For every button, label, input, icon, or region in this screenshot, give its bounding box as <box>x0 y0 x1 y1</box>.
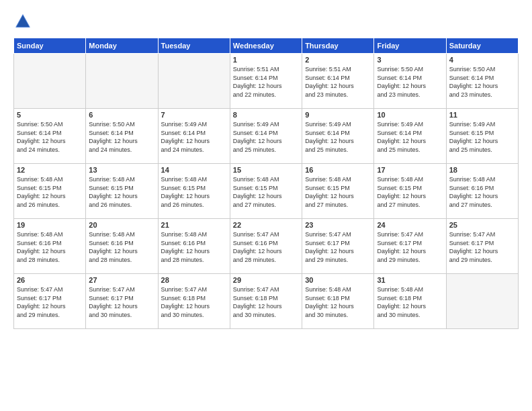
calendar-cell: 27Sunrise: 5:47 AM Sunset: 6:17 PM Dayli… <box>86 274 158 329</box>
day-info: Sunrise: 5:48 AM Sunset: 6:16 PM Dayligh… <box>161 230 227 264</box>
calendar-cell <box>158 54 230 109</box>
day-number: 3 <box>377 56 443 64</box>
day-number: 14 <box>161 166 227 174</box>
calendar-cell: 6Sunrise: 5:50 AM Sunset: 6:14 PM Daylig… <box>86 109 158 164</box>
day-info: Sunrise: 5:50 AM Sunset: 6:14 PM Dayligh… <box>17 120 83 154</box>
week-row-2: 5Sunrise: 5:50 AM Sunset: 6:14 PM Daylig… <box>14 109 519 164</box>
day-header-wednesday: Wednesday <box>230 38 302 54</box>
day-header-tuesday: Tuesday <box>158 38 230 54</box>
header <box>13 12 519 31</box>
calendar-cell <box>446 274 518 329</box>
day-number: 29 <box>233 276 299 284</box>
logo <box>13 12 35 31</box>
day-header-saturday: Saturday <box>446 38 518 54</box>
day-number: 19 <box>17 221 83 229</box>
calendar-cell: 13Sunrise: 5:48 AM Sunset: 6:15 PM Dayli… <box>86 164 158 219</box>
calendar-cell: 8Sunrise: 5:49 AM Sunset: 6:14 PM Daylig… <box>230 109 302 164</box>
day-number: 7 <box>161 111 227 119</box>
day-number: 24 <box>377 221 443 229</box>
day-number: 9 <box>305 111 371 119</box>
calendar-cell: 18Sunrise: 5:48 AM Sunset: 6:16 PM Dayli… <box>446 164 518 219</box>
day-info: Sunrise: 5:51 AM Sunset: 6:14 PM Dayligh… <box>233 65 299 99</box>
calendar-cell: 7Sunrise: 5:49 AM Sunset: 6:14 PM Daylig… <box>158 109 230 164</box>
calendar-cell: 29Sunrise: 5:47 AM Sunset: 6:18 PM Dayli… <box>230 274 302 329</box>
calendar-cell: 16Sunrise: 5:48 AM Sunset: 6:15 PM Dayli… <box>302 164 374 219</box>
calendar-cell: 26Sunrise: 5:47 AM Sunset: 6:17 PM Dayli… <box>14 274 86 329</box>
page: SundayMondayTuesdayWednesdayThursdayFrid… <box>0 0 532 411</box>
day-header-thursday: Thursday <box>302 38 374 54</box>
day-info: Sunrise: 5:47 AM Sunset: 6:17 PM Dayligh… <box>89 285 154 319</box>
day-number: 18 <box>449 166 515 174</box>
calendar-cell <box>86 54 158 109</box>
day-info: Sunrise: 5:48 AM Sunset: 6:16 PM Dayligh… <box>89 230 154 264</box>
day-info: Sunrise: 5:47 AM Sunset: 6:17 PM Dayligh… <box>377 230 443 264</box>
day-number: 30 <box>305 276 371 284</box>
calendar-cell: 2Sunrise: 5:51 AM Sunset: 6:14 PM Daylig… <box>302 54 374 109</box>
day-header-friday: Friday <box>374 38 446 54</box>
day-number: 21 <box>161 221 227 229</box>
day-info: Sunrise: 5:47 AM Sunset: 6:18 PM Dayligh… <box>161 285 227 319</box>
day-number: 31 <box>377 276 443 284</box>
calendar-cell: 24Sunrise: 5:47 AM Sunset: 6:17 PM Dayli… <box>374 219 446 274</box>
calendar-cell: 28Sunrise: 5:47 AM Sunset: 6:18 PM Dayli… <box>158 274 230 329</box>
calendar-cell: 17Sunrise: 5:48 AM Sunset: 6:15 PM Dayli… <box>374 164 446 219</box>
calendar-cell: 11Sunrise: 5:49 AM Sunset: 6:15 PM Dayli… <box>446 109 518 164</box>
day-info: Sunrise: 5:48 AM Sunset: 6:16 PM Dayligh… <box>449 175 515 209</box>
week-row-3: 12Sunrise: 5:48 AM Sunset: 6:15 PM Dayli… <box>14 164 519 219</box>
logo-icon <box>13 12 32 31</box>
day-number: 17 <box>377 166 443 174</box>
calendar-cell: 19Sunrise: 5:48 AM Sunset: 6:16 PM Dayli… <box>14 219 86 274</box>
calendar-cell: 15Sunrise: 5:48 AM Sunset: 6:15 PM Dayli… <box>230 164 302 219</box>
day-info: Sunrise: 5:48 AM Sunset: 6:15 PM Dayligh… <box>161 175 227 209</box>
day-number: 23 <box>305 221 371 229</box>
calendar-cell: 25Sunrise: 5:47 AM Sunset: 6:17 PM Dayli… <box>446 219 518 274</box>
calendar-cell: 4Sunrise: 5:50 AM Sunset: 6:14 PM Daylig… <box>446 54 518 109</box>
day-info: Sunrise: 5:48 AM Sunset: 6:18 PM Dayligh… <box>305 285 371 319</box>
day-number: 15 <box>233 166 299 174</box>
week-row-5: 26Sunrise: 5:47 AM Sunset: 6:17 PM Dayli… <box>14 274 519 329</box>
day-info: Sunrise: 5:50 AM Sunset: 6:14 PM Dayligh… <box>449 65 515 99</box>
day-number: 20 <box>89 221 154 229</box>
day-info: Sunrise: 5:47 AM Sunset: 6:17 PM Dayligh… <box>17 285 83 319</box>
day-info: Sunrise: 5:47 AM Sunset: 6:17 PM Dayligh… <box>305 230 371 264</box>
day-header-sunday: Sunday <box>14 38 86 54</box>
day-number: 5 <box>17 111 83 119</box>
calendar-header-row: SundayMondayTuesdayWednesdayThursdayFrid… <box>14 38 519 54</box>
calendar-cell: 3Sunrise: 5:50 AM Sunset: 6:14 PM Daylig… <box>374 54 446 109</box>
calendar-cell: 5Sunrise: 5:50 AM Sunset: 6:14 PM Daylig… <box>14 109 86 164</box>
day-header-monday: Monday <box>86 38 158 54</box>
day-info: Sunrise: 5:48 AM Sunset: 6:15 PM Dayligh… <box>377 175 443 209</box>
calendar-cell: 1Sunrise: 5:51 AM Sunset: 6:14 PM Daylig… <box>230 54 302 109</box>
day-number: 22 <box>233 221 299 229</box>
day-number: 8 <box>233 111 299 119</box>
day-info: Sunrise: 5:48 AM Sunset: 6:18 PM Dayligh… <box>377 285 443 319</box>
day-info: Sunrise: 5:49 AM Sunset: 6:14 PM Dayligh… <box>305 120 371 154</box>
week-row-4: 19Sunrise: 5:48 AM Sunset: 6:16 PM Dayli… <box>14 219 519 274</box>
calendar-cell <box>14 54 86 109</box>
day-number: 28 <box>161 276 227 284</box>
day-info: Sunrise: 5:49 AM Sunset: 6:14 PM Dayligh… <box>161 120 227 154</box>
day-info: Sunrise: 5:50 AM Sunset: 6:14 PM Dayligh… <box>377 65 443 99</box>
day-info: Sunrise: 5:47 AM Sunset: 6:16 PM Dayligh… <box>233 230 299 264</box>
day-info: Sunrise: 5:47 AM Sunset: 6:18 PM Dayligh… <box>233 285 299 319</box>
day-number: 13 <box>89 166 154 174</box>
day-info: Sunrise: 5:49 AM Sunset: 6:15 PM Dayligh… <box>449 120 515 154</box>
day-number: 27 <box>89 276 154 284</box>
day-number: 10 <box>377 111 443 119</box>
day-info: Sunrise: 5:49 AM Sunset: 6:14 PM Dayligh… <box>233 120 299 154</box>
calendar-cell: 9Sunrise: 5:49 AM Sunset: 6:14 PM Daylig… <box>302 109 374 164</box>
calendar-cell: 20Sunrise: 5:48 AM Sunset: 6:16 PM Dayli… <box>86 219 158 274</box>
calendar-cell: 30Sunrise: 5:48 AM Sunset: 6:18 PM Dayli… <box>302 274 374 329</box>
calendar-cell: 23Sunrise: 5:47 AM Sunset: 6:17 PM Dayli… <box>302 219 374 274</box>
calendar-cell: 12Sunrise: 5:48 AM Sunset: 6:15 PM Dayli… <box>14 164 86 219</box>
day-info: Sunrise: 5:48 AM Sunset: 6:15 PM Dayligh… <box>17 175 83 209</box>
day-number: 11 <box>449 111 515 119</box>
day-number: 6 <box>89 111 154 119</box>
day-info: Sunrise: 5:50 AM Sunset: 6:14 PM Dayligh… <box>89 120 154 154</box>
day-number: 12 <box>17 166 83 174</box>
calendar: SundayMondayTuesdayWednesdayThursdayFrid… <box>13 38 519 329</box>
day-number: 16 <box>305 166 371 174</box>
day-number: 25 <box>449 221 515 229</box>
calendar-cell: 21Sunrise: 5:48 AM Sunset: 6:16 PM Dayli… <box>158 219 230 274</box>
week-row-1: 1Sunrise: 5:51 AM Sunset: 6:14 PM Daylig… <box>14 54 519 109</box>
